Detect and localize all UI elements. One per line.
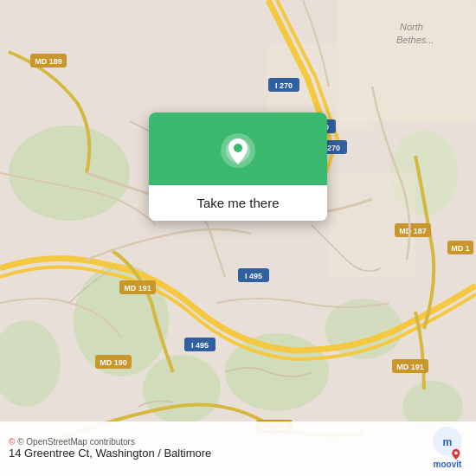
osm-copyright-icon: © xyxy=(9,437,15,447)
svg-text:I 495: I 495 xyxy=(191,341,209,350)
svg-text:m: m xyxy=(443,436,453,448)
popup-card: Take me there xyxy=(149,113,327,221)
map-background: I 270 I 270 I 270 I 495 I 495 MD 189 MD … xyxy=(0,0,476,476)
svg-text:MD 187: MD 187 xyxy=(399,227,427,235)
address-label: 14 Greentree Ct, Washington / Baltimore xyxy=(9,447,211,460)
svg-point-40 xyxy=(234,144,242,152)
svg-text:MD 1: MD 1 xyxy=(451,244,470,253)
svg-text:MD 191: MD 191 xyxy=(124,284,151,293)
svg-text:Bethes...: Bethes... xyxy=(396,35,434,45)
osm-credit: © © OpenStreetMap contributors xyxy=(9,437,211,447)
svg-text:North: North xyxy=(400,22,423,32)
moovit-label: moovit xyxy=(434,460,462,469)
svg-text:MD 190: MD 190 xyxy=(100,358,127,367)
location-pin-icon xyxy=(219,132,257,170)
svg-point-1 xyxy=(9,125,130,221)
map-container: I 270 I 270 I 270 I 495 I 495 MD 189 MD … xyxy=(0,0,476,476)
bottom-left: © © OpenStreetMap contributors 14 Greent… xyxy=(9,437,211,460)
svg-text:I 270: I 270 xyxy=(275,81,293,90)
svg-text:MD 189: MD 189 xyxy=(35,57,62,66)
svg-point-3 xyxy=(143,355,221,424)
take-me-there-button[interactable]: Take me there xyxy=(149,185,327,221)
osm-credit-text: © OpenStreetMap contributors xyxy=(17,437,135,447)
popup-green-section xyxy=(149,113,327,185)
svg-text:MD 191: MD 191 xyxy=(396,363,424,371)
svg-point-43 xyxy=(454,452,458,455)
svg-text:I 495: I 495 xyxy=(245,272,262,280)
moovit-icon: m xyxy=(431,427,464,460)
bottom-bar: © © OpenStreetMap contributors 14 Greent… xyxy=(0,421,476,476)
moovit-logo: m moovit xyxy=(431,427,464,469)
